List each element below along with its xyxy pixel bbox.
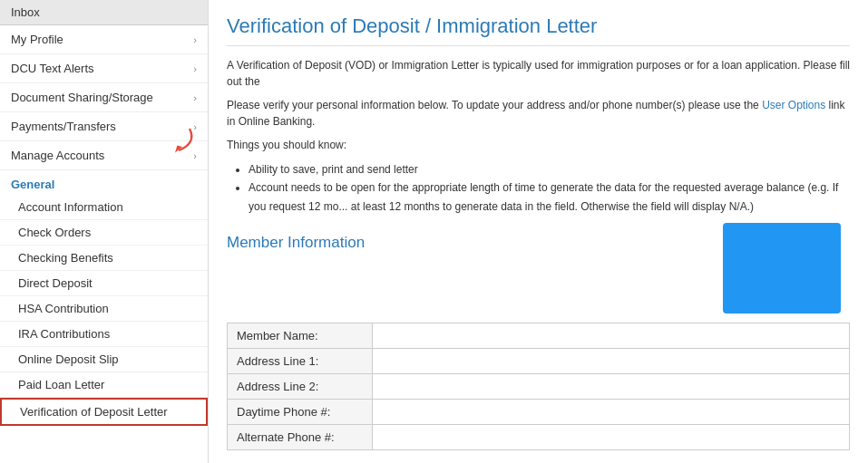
- sidebar: Inbox My Profile › DCU Text Alerts › Doc…: [0, 0, 209, 463]
- sidebar-item-manage-accounts[interactable]: Manage Accounts ›: [0, 141, 208, 170]
- sidebar-item-paid-loan-letter[interactable]: Paid Loan Letter: [0, 372, 208, 398]
- sidebar-item-dcu-text-alerts[interactable]: DCU Text Alerts ›: [0, 54, 208, 83]
- field-value-address-line-1: [373, 349, 850, 374]
- sidebar-item-direct-deposit[interactable]: Direct Deposit: [0, 271, 208, 296]
- table-row: Address Line 2:: [228, 374, 850, 400]
- sidebar-section-label: My Profile: [11, 33, 63, 46]
- bullet-1: Ability to save, print and send letter: [249, 160, 850, 178]
- sidebar-item-hsa-contribution[interactable]: HSA Contribution: [0, 296, 208, 322]
- chevron-right-icon: ›: [193, 63, 197, 74]
- sidebar-item-checking-benefits[interactable]: Checking Benefits: [0, 246, 208, 271]
- main-content: Verification of Deposit / Immigration Le…: [209, 0, 868, 463]
- sidebar-item-verification-of-deposit-letter[interactable]: Verification of Deposit Letter: [0, 398, 208, 426]
- chevron-right-icon: ›: [193, 121, 197, 132]
- field-label-daytime-phone: Daytime Phone #:: [228, 400, 373, 425]
- sidebar-section-label: Document Sharing/Storage: [11, 91, 153, 104]
- field-value-member-name: [373, 323, 850, 349]
- svg-marker-0: [175, 145, 182, 152]
- sidebar-item-payments-transfers[interactable]: Payments/Transfers ›: [0, 112, 208, 141]
- chevron-right-icon: ›: [193, 150, 197, 161]
- sidebar-item-document-sharing[interactable]: Document Sharing/Storage ›: [0, 83, 208, 112]
- field-label-alternate-phone: Alternate Phone #:: [228, 425, 373, 450]
- sidebar-section-label: Payments/Transfers: [11, 120, 116, 133]
- sidebar-inbox-label: Inbox: [11, 5, 40, 19]
- table-row: Daytime Phone #:: [228, 400, 850, 425]
- sidebar-group-general: General: [0, 170, 208, 195]
- table-row: Alternate Phone #:: [228, 425, 850, 450]
- sidebar-item-account-information[interactable]: Account Information: [0, 195, 208, 220]
- field-value-alternate-phone: [373, 425, 850, 450]
- table-row: Member Name:: [228, 323, 850, 349]
- field-value-address-line-2: [373, 374, 850, 400]
- bullet-2: Account needs to be open for the appropr…: [249, 178, 850, 216]
- table-row: Address Line 1:: [228, 349, 850, 374]
- sidebar-item-ira-contributions[interactable]: IRA Contributions: [0, 322, 208, 347]
- intro-paragraph-1: A Verification of Deposit (VOD) or Immig…: [227, 57, 850, 90]
- sidebar-inbox-item[interactable]: Inbox: [0, 0, 208, 25]
- field-label-address-line-2: Address Line 2:: [228, 374, 373, 400]
- chevron-right-icon: ›: [193, 34, 197, 45]
- page-title: Verification of Deposit / Immigration Le…: [227, 14, 850, 46]
- member-info-table: Member Name: Address Line 1: Address Lin…: [227, 323, 850, 450]
- things-to-know-label: Things you should know:: [227, 137, 850, 153]
- intro-paragraph-2: Please verify your personal information …: [227, 97, 850, 130]
- info-bullets: Ability to save, print and send letter A…: [249, 160, 850, 216]
- sidebar-section-label: Manage Accounts: [11, 149, 104, 162]
- sidebar-item-my-profile[interactable]: My Profile ›: [0, 25, 208, 54]
- field-label-member-name: Member Name:: [228, 323, 373, 349]
- sidebar-item-online-deposit-slip[interactable]: Online Deposit Slip: [0, 347, 208, 372]
- redacted-image-block: [723, 223, 841, 313]
- field-label-address-line-1: Address Line 1:: [228, 349, 373, 374]
- user-options-link[interactable]: User Options: [762, 99, 825, 111]
- field-value-daytime-phone: [373, 400, 850, 425]
- sidebar-section-label: DCU Text Alerts: [11, 62, 94, 75]
- sidebar-item-check-orders[interactable]: Check Orders: [0, 220, 208, 246]
- chevron-right-icon: ›: [193, 92, 197, 103]
- member-info-section: Member Information Member Name: Address …: [227, 223, 850, 461]
